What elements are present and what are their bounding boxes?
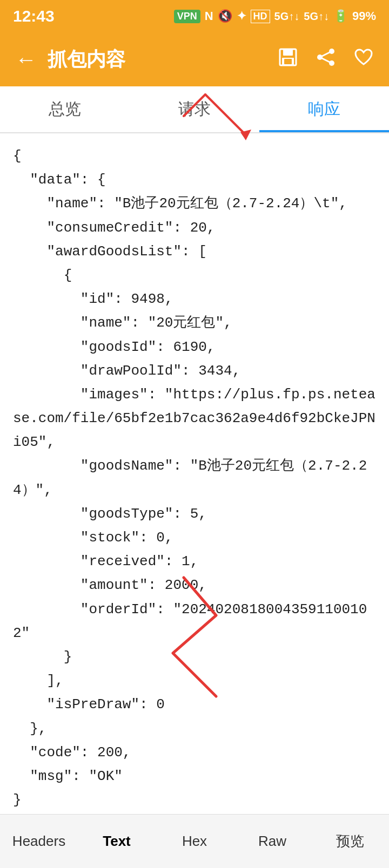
status-bar: 12:43 VPN N 🔇 ✦ HD 5G↑↓ 5G↑↓ 🔋 99% <box>0 0 389 32</box>
bottom-tab-hex[interactable]: Hex <box>156 822 233 860</box>
signal-5g2-icon: 5G↑↓ <box>304 10 329 23</box>
tab-response[interactable]: 响应 <box>259 86 389 132</box>
svg-rect-3 <box>284 59 292 64</box>
bottom-tab-text[interactable]: Text <box>78 822 156 860</box>
tabs-bar: 总览 请求 响应 <box>0 86 389 133</box>
favorite-button[interactable] <box>353 47 374 72</box>
battery-percent: 99% <box>352 9 376 23</box>
status-icons: VPN N 🔇 ✦ HD 5G↑↓ 5G↑↓ 🔋 99% <box>174 9 376 23</box>
app-bar-actions <box>278 47 374 72</box>
bottom-tab-headers[interactable]: Headers <box>0 822 78 860</box>
svg-line-8 <box>320 57 332 63</box>
bottom-bar: Headers Text Hex Raw 预览 <box>0 814 389 868</box>
mute-icon: 🔇 <box>218 9 232 23</box>
status-time: 12:43 <box>13 7 55 25</box>
tab-overview[interactable]: 总览 <box>0 86 130 132</box>
n-icon: N <box>205 9 213 23</box>
bottom-tab-raw[interactable]: Raw <box>233 822 311 860</box>
page-wrapper: 12:43 VPN N 🔇 ✦ HD 5G↑↓ 5G↑↓ 🔋 99% ← 抓包内… <box>0 0 389 868</box>
page-title: 抓包内容 <box>48 46 267 73</box>
back-button[interactable]: ← <box>15 48 37 72</box>
app-bar: ← 抓包内容 <box>0 32 389 86</box>
save-button[interactable] <box>278 47 298 72</box>
signal-5g-icon: 5G↑↓ <box>274 10 300 23</box>
back-icon: ← <box>15 48 37 72</box>
svg-line-7 <box>320 51 332 57</box>
hd-badge: HD <box>251 10 270 23</box>
bluetooth-icon: ✦ <box>237 9 246 23</box>
svg-rect-1 <box>283 49 293 56</box>
vpn-badge: VPN <box>174 10 200 23</box>
battery-icon: 🔋 <box>333 9 348 23</box>
bottom-tab-preview[interactable]: 预览 <box>311 821 389 862</box>
json-content: { "data": { "name": "B池子20元红包（2.7-2.24）\… <box>0 133 389 823</box>
tab-request[interactable]: 请求 <box>130 86 259 132</box>
share-button[interactable] <box>316 47 336 72</box>
